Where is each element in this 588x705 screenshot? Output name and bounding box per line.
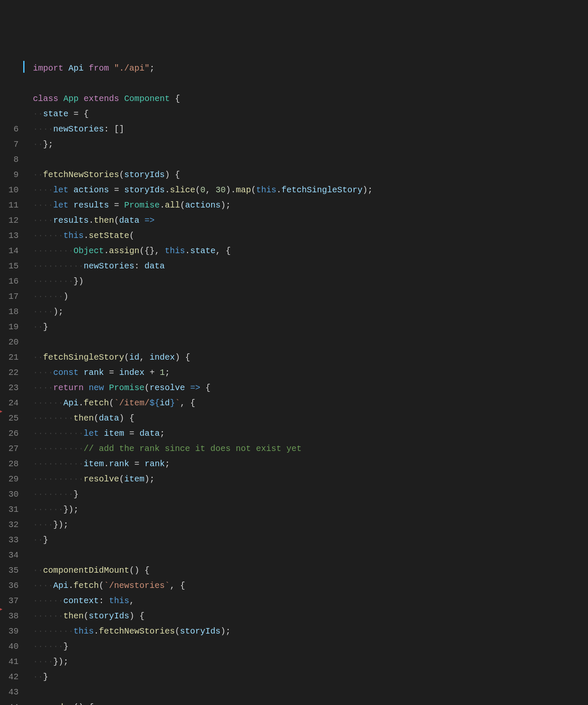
line-number[interactable]: 21 [0, 350, 19, 365]
code-line[interactable]: ··} [33, 533, 588, 548]
code-line[interactable]: ····}); [33, 654, 588, 669]
code-line[interactable]: ······Api.fetch(`/item/${id}`, { [33, 396, 588, 411]
token-pn: , [180, 398, 185, 408]
code-line[interactable]: ··render() { [33, 700, 588, 705]
code-line[interactable]: ····let results = Promise.all(actions); [33, 198, 588, 213]
line-number[interactable]: 42 [0, 669, 19, 685]
line-number[interactable]: 29 [0, 472, 19, 487]
line-number[interactable]: 33 [0, 533, 19, 548]
code-line[interactable] [33, 685, 588, 700]
line-number[interactable]: 41 [0, 654, 19, 669]
token-id [109, 200, 114, 210]
gutter-marker-icon[interactable]: ▶ [0, 602, 3, 617]
line-number[interactable]: 39 [0, 624, 19, 639]
line-number[interactable]: 20 [0, 335, 19, 350]
line-number[interactable]: 32 [0, 517, 19, 533]
code-line[interactable]: ····Api.fetch(`/newstories`, { [33, 578, 588, 593]
line-number[interactable]: 37 [0, 593, 19, 609]
line-number[interactable]: 28 [0, 456, 19, 472]
code-line[interactable]: ··} [33, 320, 588, 335]
code-line[interactable]: ··········// add the rank since it does … [33, 441, 588, 456]
code-line[interactable]: ······this.setState( [33, 228, 588, 243]
code-line[interactable]: ··state = { [33, 107, 588, 122]
code-line[interactable]: ····const rank = index + 1; [33, 365, 588, 380]
line-number[interactable]: 30 [0, 487, 19, 502]
line-number[interactable]: 14 [0, 243, 19, 259]
token-prop: newStories [84, 261, 134, 271]
code-line[interactable]: ··fetchNewStories(storyIds) { [33, 167, 588, 183]
code-line[interactable] [33, 548, 588, 563]
token-st: this [63, 231, 84, 240]
line-number[interactable]: 44 [0, 700, 19, 705]
line-number[interactable]: 19 [0, 320, 19, 335]
code-line[interactable]: ····}); [33, 517, 588, 533]
line-number[interactable]: 7 [0, 137, 19, 152]
code-line[interactable]: ······then(storyIds) { [33, 609, 588, 624]
code-line[interactable]: ··fetchSingleStory(id, index) { [33, 350, 588, 365]
line-number[interactable]: 23 [0, 380, 19, 396]
line-number[interactable]: 17 [0, 289, 19, 304]
code-line[interactable]: ········}) [33, 274, 588, 289]
code-line[interactable]: class App extends Component { [33, 91, 588, 107]
token-fn: fetch [84, 398, 109, 408]
code-line[interactable] [33, 335, 588, 350]
code-line[interactable]: import Api from "./api"; [33, 61, 588, 76]
code-content[interactable]: import Api from "./api";class App extend… [24, 61, 588, 705]
code-line[interactable]: ··} [33, 669, 588, 685]
code-line[interactable]: ··········let item = data; [33, 426, 588, 441]
code-line[interactable]: ····); [33, 304, 588, 320]
line-number[interactable]: 40 [0, 639, 19, 654]
code-line[interactable]: ····return new Promise(resolve => { [33, 380, 588, 396]
code-line[interactable] [33, 152, 588, 167]
line-number[interactable]: 43 [0, 685, 19, 700]
code-line[interactable]: ··componentDidMount() { [33, 563, 588, 578]
code-line[interactable]: ··········resolve(item); [33, 472, 588, 487]
line-number[interactable]: 8 [0, 152, 19, 167]
line-number[interactable]: 27 [0, 441, 19, 456]
line-number[interactable]: 35 [0, 563, 19, 578]
code-line[interactable]: ··········newStories: data [33, 259, 588, 274]
line-number[interactable]: 12 [0, 213, 19, 228]
code-line[interactable]: ····let actions = storyIds.slice(0, 30).… [33, 183, 588, 198]
code-line[interactable] [33, 76, 588, 91]
line-number[interactable]: 22 [0, 365, 19, 380]
code-line[interactable]: ········} [33, 487, 588, 502]
token-var: storyIds [180, 626, 220, 636]
token-cls: App [63, 94, 79, 104]
code-line[interactable]: ··········item.rank = rank; [33, 456, 588, 472]
code-line[interactable]: ····results.then(data => [33, 213, 588, 228]
code-line[interactable]: ······context: this, [33, 593, 588, 609]
token-pn: ( [99, 581, 104, 590]
line-number[interactable]: 15 [0, 259, 19, 274]
token-pn: ); [144, 474, 155, 484]
code-line[interactable]: ······) [33, 289, 588, 304]
line-number[interactable]: 25 [0, 411, 19, 426]
code-line[interactable]: ······} [33, 639, 588, 654]
indent-guide: ······ [33, 505, 63, 514]
code-line[interactable]: ········Object.assign({}, this.state, { [33, 243, 588, 259]
line-number[interactable]: 34 [0, 548, 19, 563]
token-id [139, 216, 144, 225]
code-line[interactable]: ······}); [33, 502, 588, 517]
line-number[interactable]: 26 [0, 426, 19, 441]
code-editor[interactable]: ▶▶ 6789101112131415161718192021222324252… [0, 61, 588, 705]
code-line[interactable]: ····newStories: [] [33, 122, 588, 137]
line-number-gutter[interactable]: ▶▶ 6789101112131415161718192021222324252… [0, 61, 24, 705]
line-number[interactable]: 24 [0, 396, 19, 411]
gutter-marker-icon[interactable]: ▶ [0, 404, 3, 419]
token-var: Api [53, 581, 68, 590]
line-number[interactable]: 36 [0, 578, 19, 593]
line-number[interactable]: 6 [0, 122, 19, 137]
code-line[interactable]: ··}; [33, 137, 588, 152]
line-number[interactable]: 18 [0, 304, 19, 320]
line-number[interactable]: 16 [0, 274, 19, 289]
line-number[interactable]: 9 [0, 167, 19, 183]
line-number[interactable]: 13 [0, 228, 19, 243]
line-number[interactable]: 11 [0, 198, 19, 213]
line-number[interactable]: 31 [0, 502, 19, 517]
line-number[interactable]: 38 [0, 609, 19, 624]
code-line[interactable]: ········then(data) { [33, 411, 588, 426]
line-number[interactable]: 10 [0, 183, 19, 198]
code-line[interactable]: ········this.fetchNewStories(storyIds); [33, 624, 588, 639]
token-pn: { [190, 398, 195, 408]
